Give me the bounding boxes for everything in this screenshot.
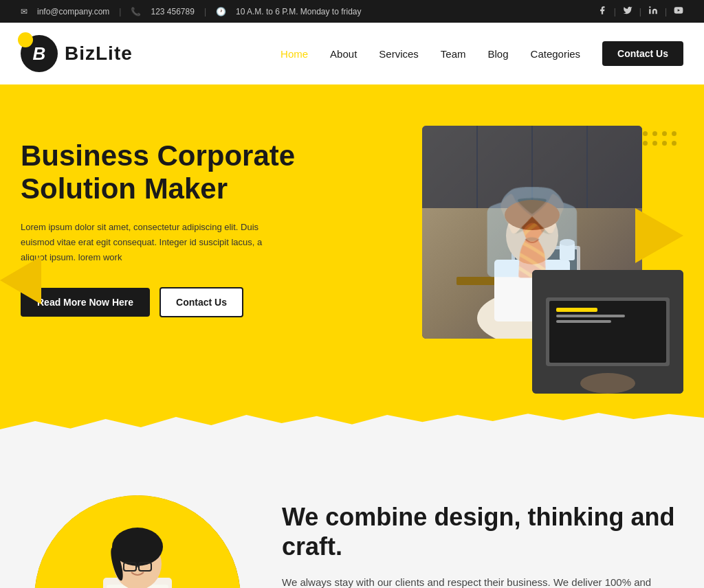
svg-rect-21 (556, 320, 611, 323)
about-subtitle: We always stay with our clients and resp… (282, 574, 683, 588)
hero-wave-divider (0, 413, 704, 454)
sep5: | (665, 7, 667, 16)
dot-grid-decoration (643, 131, 676, 146)
hero-secondary-inner (532, 270, 683, 394)
about-image-wrapper (21, 495, 254, 588)
nav-blog[interactable]: Blog (488, 48, 509, 60)
hero-buttons: Read More Now Here Contact Us (21, 287, 337, 317)
email-icon: ✉ (21, 7, 28, 16)
svg-rect-14 (560, 242, 575, 260)
hero-secondary-image (532, 270, 683, 394)
phone-icon: 📞 (131, 7, 141, 16)
navbar: B BizLite Home About Services Team Blog … (0, 23, 704, 84)
hero-title: Business Corporate Solution Maker (21, 139, 337, 206)
sep3: | (614, 7, 616, 16)
svg-point-13 (505, 200, 560, 230)
svg-point-15 (560, 239, 575, 246)
about-person-image (34, 495, 241, 588)
topbar: ✉ info@company.com | 📞 123 456789 | 🕐 10… (0, 0, 704, 23)
nav-services[interactable]: Services (379, 48, 419, 60)
logo-icon: B (21, 35, 58, 72)
nav-categories[interactable]: Categories (531, 48, 581, 60)
svg-point-0 (649, 6, 650, 8)
nav-contact-button[interactable]: Contact Us (602, 41, 683, 66)
nav-about[interactable]: About (330, 48, 357, 60)
topbar-hours: 10 A.M. to 6 P.M. Monday to friday (236, 7, 362, 16)
topbar-phone: 123 456789 (151, 7, 194, 16)
brand-name: BizLite (65, 43, 133, 65)
facebook-icon[interactable] (597, 5, 607, 17)
hero-content: Business Corporate Solution Maker Lorem … (21, 119, 337, 317)
nav-team[interactable]: Team (441, 48, 466, 60)
topbar-contact-info: ✉ info@company.com | 📞 123 456789 | 🕐 10… (21, 7, 362, 16)
svg-point-12 (506, 207, 558, 264)
logo[interactable]: B BizLite (21, 35, 133, 72)
topbar-email: info@company.com (37, 7, 109, 16)
nav-links: Home About Services Team Blog Categories… (280, 41, 683, 66)
about-section: We combine design, thinking and craft. W… (0, 454, 704, 588)
linkedin-icon[interactable] (648, 5, 658, 17)
separator2: | (204, 7, 206, 16)
clock-icon: 🕐 (216, 7, 226, 16)
about-content: We combine design, thinking and craft. W… (282, 502, 683, 588)
about-circle-image (34, 495, 241, 588)
hero-image-area (395, 126, 683, 387)
youtube-icon[interactable] (674, 5, 683, 17)
triangle-right-decoration (635, 208, 683, 263)
about-title: We combine design, thinking and craft. (282, 502, 683, 561)
twitter-icon[interactable] (623, 5, 632, 17)
separator1: | (119, 7, 121, 16)
topbar-social: | | | (597, 5, 683, 17)
triangle-left-decoration (0, 256, 41, 304)
hero-section: Business Corporate Solution Maker Lorem … (0, 84, 704, 414)
svg-rect-19 (556, 308, 597, 312)
svg-point-22 (580, 373, 635, 394)
svg-rect-20 (556, 315, 625, 317)
nav-home[interactable]: Home (280, 48, 308, 60)
hero-description: Lorem ipsum dolor sit amet, consectetur … (21, 220, 282, 265)
contact-us-button[interactable]: Contact Us (160, 287, 243, 317)
sep4: | (639, 7, 641, 16)
logo-letter: B (33, 43, 46, 65)
